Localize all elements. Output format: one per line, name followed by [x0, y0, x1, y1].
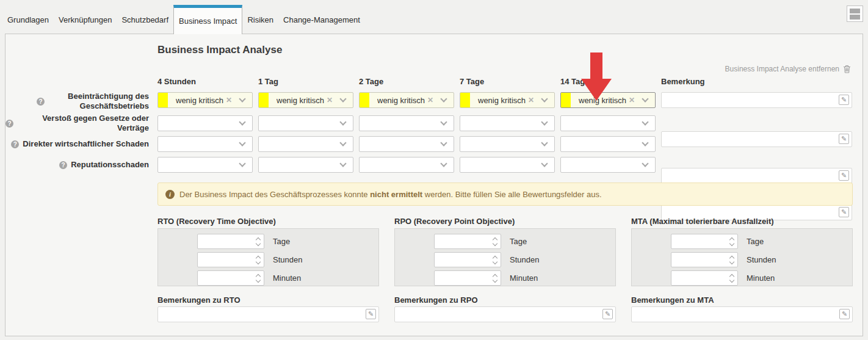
- remark-input[interactable]: [661, 168, 852, 184]
- chevron-down-icon[interactable]: [440, 118, 447, 125]
- col-header-14-tage: 14 Tage: [560, 77, 589, 86]
- severity-dropdown-r0c0[interactable]: wenig kritisch ✕: [157, 92, 253, 108]
- severity-dropdown-r1c3[interactable]: [460, 115, 555, 131]
- severity-dropdown-r0c4[interactable]: wenig kritisch ✕: [560, 92, 656, 108]
- severity-dropdown-r1c1[interactable]: [258, 115, 353, 131]
- severity-dropdown-r0c2[interactable]: wenig kritisch ✕: [359, 92, 454, 108]
- chevron-down-icon[interactable]: [541, 118, 548, 125]
- rpo-remarks-input[interactable]: [394, 306, 616, 322]
- chevron-down-icon[interactable]: [541, 160, 548, 167]
- mta-remarks-field[interactable]: ✎: [631, 306, 853, 322]
- rto-tage-stepper[interactable]: [197, 234, 264, 249]
- severity-dropdown-r0c1[interactable]: wenig kritisch ✕: [258, 92, 353, 108]
- help-icon[interactable]: ?: [5, 120, 13, 128]
- chevron-down-icon[interactable]: [642, 139, 648, 146]
- rpo-remarks-field[interactable]: ✎: [394, 306, 616, 322]
- layout-toggle-icon[interactable]: [847, 5, 863, 22]
- rto-minuten-stepper[interactable]: [197, 270, 264, 286]
- severity-dropdown-r3c4[interactable]: [560, 157, 656, 173]
- spinner-icon[interactable]: [490, 253, 499, 267]
- clear-selection-icon[interactable]: ✕: [226, 96, 232, 104]
- remark-field-r2[interactable]: ✎: [661, 168, 852, 184]
- rto-remarks-field[interactable]: ✎: [157, 306, 379, 322]
- clear-selection-icon[interactable]: ✕: [427, 96, 433, 104]
- edit-pencil-icon[interactable]: ✎: [366, 309, 376, 319]
- spinner-icon[interactable]: [253, 271, 262, 285]
- chevron-down-icon[interactable]: [541, 95, 548, 102]
- tab-risiken[interactable]: Risiken: [242, 5, 278, 34]
- chevron-down-icon[interactable]: [339, 139, 346, 146]
- clear-selection-icon[interactable]: ✕: [528, 96, 534, 104]
- trash-icon[interactable]: [843, 65, 851, 73]
- mta-tage-stepper[interactable]: [671, 234, 738, 249]
- edit-pencil-icon[interactable]: ✎: [839, 95, 849, 105]
- row-label-geschaeftsbetrieb: ? Beeinträchtigung des Geschäftsbetriebs: [5, 90, 149, 112]
- edit-pencil-icon[interactable]: ✎: [839, 207, 849, 217]
- mta-minuten-stepper[interactable]: [671, 270, 738, 286]
- severity-dropdown-r2c1[interactable]: [258, 136, 353, 152]
- tab-change-management[interactable]: Change-Management: [278, 5, 365, 34]
- edit-pencil-icon[interactable]: ✎: [839, 309, 850, 319]
- rto-remarks-input[interactable]: [157, 306, 379, 322]
- severity-dropdown-r2c3[interactable]: [460, 136, 555, 152]
- severity-dropdown-r2c4[interactable]: [560, 136, 656, 152]
- edit-pencil-icon[interactable]: ✎: [839, 134, 849, 144]
- edit-pencil-icon[interactable]: ✎: [602, 309, 613, 319]
- help-icon[interactable]: ?: [37, 98, 45, 106]
- spinner-icon[interactable]: [727, 234, 736, 248]
- chevron-down-icon[interactable]: [642, 95, 648, 102]
- chevron-down-icon[interactable]: [642, 118, 648, 125]
- severity-dropdown-r2c0[interactable]: [157, 136, 253, 152]
- chevron-down-icon[interactable]: [239, 95, 245, 102]
- spinner-icon[interactable]: [490, 234, 499, 248]
- spinner-icon[interactable]: [727, 271, 736, 285]
- help-icon[interactable]: ?: [11, 140, 19, 148]
- chevron-down-icon[interactable]: [440, 139, 447, 146]
- chevron-down-icon[interactable]: [239, 118, 245, 125]
- remove-bia-link[interactable]: Business Impact Analyse entfernen: [725, 65, 851, 73]
- help-icon[interactable]: ?: [59, 161, 67, 169]
- remark-input[interactable]: [661, 92, 852, 108]
- severity-dropdown-r1c0[interactable]: [157, 115, 253, 131]
- rpo-minuten-stepper[interactable]: [434, 270, 501, 286]
- tab-verknuepfungen[interactable]: Verknüpfungen: [54, 5, 117, 34]
- severity-dropdown-r2c2[interactable]: [359, 136, 454, 152]
- chevron-down-icon[interactable]: [440, 160, 447, 167]
- chevron-down-icon[interactable]: [642, 160, 648, 167]
- chevron-down-icon[interactable]: [239, 139, 245, 146]
- severity-dropdown-r3c0[interactable]: [157, 157, 253, 173]
- severity-dropdown-r0c3[interactable]: wenig kritisch ✕: [460, 92, 555, 108]
- remark-field-r1[interactable]: ✎: [661, 131, 852, 147]
- tab-grundlagen[interactable]: Grundlagen: [2, 5, 54, 34]
- spinner-icon[interactable]: [253, 253, 262, 267]
- edit-pencil-icon[interactable]: ✎: [839, 170, 849, 181]
- clear-selection-icon[interactable]: ✕: [327, 96, 333, 104]
- spinner-icon[interactable]: [727, 253, 736, 267]
- severity-dropdown-r1c4[interactable]: [560, 115, 656, 131]
- severity-dropdown-r1c2[interactable]: [359, 115, 454, 131]
- chevron-down-icon[interactable]: [339, 160, 346, 167]
- rto-stunden-stepper[interactable]: [197, 252, 264, 267]
- spinner-icon[interactable]: [253, 234, 262, 248]
- chevron-down-icon[interactable]: [339, 95, 346, 102]
- mta-stunden-stepper[interactable]: [671, 252, 738, 267]
- rpo-tage-stepper[interactable]: [434, 234, 501, 249]
- rpo-remarks-label: Bemerkungen zu RPO: [394, 295, 478, 305]
- remark-field-r0[interactable]: ✎: [661, 92, 852, 108]
- mta-remarks-input[interactable]: [631, 306, 853, 322]
- severity-dropdown-r3c3[interactable]: [460, 157, 555, 173]
- severity-dropdown-r3c2[interactable]: [359, 157, 454, 173]
- chevron-down-icon[interactable]: [239, 160, 245, 167]
- tab-schutzbedarf[interactable]: Schutzbedarf: [117, 5, 173, 34]
- chevron-down-icon[interactable]: [440, 95, 447, 102]
- info-icon: i: [165, 190, 175, 199]
- info-alert: i Der Business Impact des Geschäftsproze…: [157, 183, 853, 206]
- remark-input[interactable]: [661, 131, 852, 147]
- clear-selection-icon[interactable]: ✕: [629, 96, 635, 104]
- severity-dropdown-r3c1[interactable]: [258, 157, 353, 173]
- spinner-icon[interactable]: [490, 271, 499, 285]
- chevron-down-icon[interactable]: [339, 118, 346, 125]
- tab-business-impact[interactable]: Business Impact: [173, 5, 242, 34]
- rpo-stunden-stepper[interactable]: [434, 252, 501, 267]
- chevron-down-icon[interactable]: [541, 139, 548, 146]
